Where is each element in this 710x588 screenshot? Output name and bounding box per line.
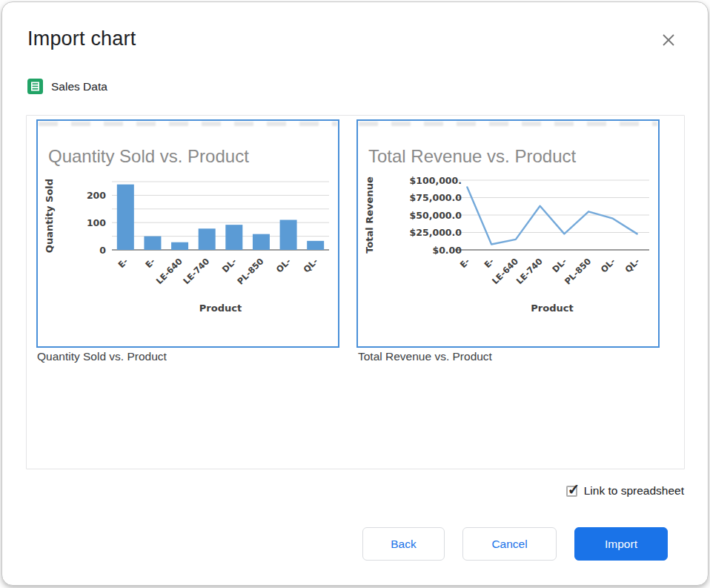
svg-text:200: 200 bbox=[87, 190, 106, 201]
line-chart-preview: $0.00$25,000.0$50,000.0$75,000.0$100,000… bbox=[358, 171, 658, 345]
svg-text:$75,000.0: $75,000.0 bbox=[410, 192, 462, 203]
thumbnail-crop-artifact bbox=[39, 122, 337, 126]
svg-text:$25,000.0: $25,000.0 bbox=[410, 227, 462, 238]
cancel-button[interactable]: Cancel bbox=[462, 527, 557, 561]
bar-chart-preview: 0100200E-E-LE-640LE-740DL-PL-850OL-QL-Pr… bbox=[38, 171, 338, 345]
svg-text:Quantity Sold: Quantity Sold bbox=[44, 179, 55, 253]
svg-text:PL-850: PL-850 bbox=[563, 256, 593, 286]
svg-text:LE-640: LE-640 bbox=[490, 256, 520, 286]
svg-text:Product: Product bbox=[199, 303, 242, 314]
svg-text:LE-640: LE-640 bbox=[154, 256, 185, 286]
svg-text:QL-: QL- bbox=[301, 256, 320, 275]
svg-text:OL-: OL- bbox=[599, 256, 618, 275]
svg-text:$50,000.0: $50,000.0 bbox=[410, 210, 462, 221]
svg-text:$0.00: $0.00 bbox=[432, 245, 462, 256]
thumbnail-crop-artifact bbox=[359, 122, 657, 126]
svg-text:Total Revenue: Total Revenue bbox=[364, 176, 375, 254]
svg-text:E-: E- bbox=[143, 256, 157, 270]
link-to-spreadsheet-checkbox[interactable]: Link to spreadsheet bbox=[566, 484, 684, 498]
link-to-spreadsheet-label: Link to spreadsheet bbox=[584, 484, 684, 498]
svg-text:DL-: DL- bbox=[220, 256, 239, 274]
chart-caption-quantity-sold: Quantity Sold vs. Product bbox=[37, 350, 167, 363]
import-button[interactable]: Import bbox=[574, 527, 668, 561]
back-button[interactable]: Back bbox=[362, 527, 445, 561]
import-chart-dialog: Import chart Sales Data Quantity Sold vs… bbox=[1, 1, 709, 586]
svg-text:QL-: QL- bbox=[623, 256, 642, 275]
spreadsheet-name: Sales Data bbox=[51, 80, 107, 93]
svg-text:E-: E- bbox=[116, 256, 130, 270]
chart-thumbnail-total-revenue[interactable]: Total Revenue vs. Product $0.00$25,000.0… bbox=[356, 119, 660, 348]
dialog-actions: Back Cancel Import bbox=[362, 527, 668, 561]
svg-text:0: 0 bbox=[99, 245, 106, 256]
close-icon[interactable] bbox=[657, 29, 680, 51]
dialog-title: Import chart bbox=[27, 27, 136, 50]
chart-picker-panel: Quantity Sold vs. Product 0100200E-E-LE-… bbox=[26, 115, 685, 469]
svg-text:E-: E- bbox=[458, 256, 472, 270]
close-x-glyph bbox=[662, 33, 675, 47]
svg-text:LE-740: LE-740 bbox=[514, 256, 545, 286]
svg-text:PL-850: PL-850 bbox=[235, 256, 265, 286]
svg-text:$100,000.: $100,000. bbox=[410, 175, 462, 186]
svg-text:Product: Product bbox=[531, 303, 573, 314]
svg-text:OL-: OL- bbox=[274, 256, 293, 275]
sheets-icon bbox=[27, 79, 43, 94]
chart-thumbnail-quantity-sold[interactable]: Quantity Sold vs. Product 0100200E-E-LE-… bbox=[36, 119, 339, 348]
spreadsheet-source: Sales Data bbox=[27, 79, 107, 94]
svg-text:E-: E- bbox=[482, 256, 496, 270]
chart-caption-total-revenue: Total Revenue vs. Product bbox=[358, 350, 492, 363]
checkbox-icon[interactable] bbox=[566, 486, 577, 497]
svg-text:DL-: DL- bbox=[550, 256, 568, 274]
bar-chart-title: Quantity Sold vs. Product bbox=[48, 146, 249, 167]
svg-text:100: 100 bbox=[87, 217, 106, 228]
line-chart-title: Total Revenue vs. Product bbox=[368, 146, 576, 167]
svg-text:LE-740: LE-740 bbox=[181, 256, 211, 286]
